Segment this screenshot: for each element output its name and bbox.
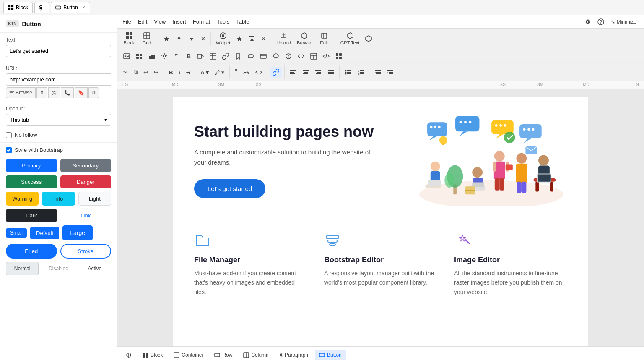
btn-default[interactable]: Default	[30, 227, 59, 239]
open-in-select[interactable]: This tab ▾	[6, 114, 111, 126]
tool-widget[interactable]: Widget	[213, 30, 233, 47]
bb-button[interactable]: Button	[315, 350, 346, 360]
text-input[interactable]	[6, 45, 111, 57]
tool-flag[interactable]	[171, 51, 183, 62]
bb-crosshair[interactable]	[122, 350, 136, 360]
tool-copy[interactable]: ⧉	[131, 67, 140, 78]
bb-paragraph[interactable]: § Paragraph	[275, 350, 312, 360]
tool-clear-format[interactable]: Fx	[241, 67, 252, 78]
tool-image[interactable]	[121, 51, 132, 62]
tool-code[interactable]	[295, 51, 307, 62]
url-anchor-btn[interactable]: ⬆	[36, 87, 47, 98]
tool-video[interactable]	[195, 51, 206, 62]
tool-chart[interactable]	[146, 51, 158, 62]
tool-align-top[interactable]	[246, 33, 258, 44]
tool-layout[interactable]	[308, 51, 319, 62]
tool-link[interactable]	[220, 51, 231, 62]
minimize-btn[interactable]: ⤡ Minimize	[608, 17, 639, 27]
tool-bold[interactable]: B	[166, 67, 176, 78]
url-browse-btn[interactable]: Browse	[6, 87, 36, 98]
settings-btn[interactable]	[582, 16, 593, 27]
tab-button-close[interactable]: ✕	[82, 5, 86, 10]
tool-align-right[interactable]	[312, 67, 324, 78]
tool-badge[interactable]	[245, 51, 257, 62]
btn-filled[interactable]: Filled	[6, 244, 57, 259]
tool-highlight[interactable]: 🖊 ▾	[212, 67, 227, 78]
btn-primary[interactable]: Primary	[6, 159, 57, 172]
tool-italic[interactable]: I	[177, 67, 183, 78]
tool-quote[interactable]: "	[232, 66, 240, 78]
tool-gallery[interactable]	[133, 51, 145, 62]
bootstrap-label[interactable]: Style with Bootstrap	[15, 147, 63, 153]
no-follow-label[interactable]: No follow	[15, 132, 37, 138]
tool-table[interactable]	[207, 51, 219, 62]
tool-link2[interactable]	[270, 67, 282, 78]
btn-large[interactable]: Large	[62, 225, 93, 240]
bb-block[interactable]: Block	[138, 350, 167, 360]
bb-container[interactable]: Container	[169, 350, 208, 360]
tool-bookmark[interactable]	[232, 51, 244, 62]
menu-insert[interactable]: Insert	[172, 18, 186, 25]
tool-block[interactable]: Block	[121, 30, 138, 47]
hero-cta-button[interactable]: Let's get started	[194, 179, 265, 198]
tool-x2[interactable]: ✕	[259, 34, 268, 44]
btn-link[interactable]: Link	[60, 209, 112, 222]
tool-justify[interactable]	[325, 67, 337, 78]
tool-align-center[interactable]	[300, 67, 312, 78]
tool-grid2[interactable]	[333, 51, 345, 62]
url-input[interactable]	[6, 73, 111, 86]
tool-undo[interactable]: ↩	[141, 67, 151, 78]
tool-gpt-text[interactable]: GPT Text	[338, 30, 362, 47]
menu-edit[interactable]: Edit	[138, 18, 147, 25]
bb-column[interactable]: Column	[239, 350, 273, 360]
tool-gpt2[interactable]	[363, 33, 374, 44]
btn-secondary[interactable]: Secondary	[60, 159, 112, 172]
btn-stroke[interactable]: Stroke	[60, 244, 112, 259]
tool-code2[interactable]	[253, 67, 265, 78]
no-follow-checkbox[interactable]	[6, 132, 12, 138]
tool-html[interactable]	[320, 51, 332, 62]
tool-indent-out[interactable]	[372, 67, 384, 78]
url-copy-btn[interactable]: ⧉	[88, 87, 99, 98]
btn-success[interactable]: Success	[6, 175, 57, 188]
tool-redo[interactable]: ↪	[151, 67, 161, 78]
btn-state-normal[interactable]: Normal	[6, 262, 39, 275]
tool-bubble[interactable]	[270, 51, 282, 62]
tool-grid[interactable]: Grid	[138, 30, 155, 47]
tool-cut[interactable]: ✂	[121, 67, 130, 78]
url-at-btn[interactable]: @	[48, 87, 60, 98]
tool-align-left[interactable]	[287, 67, 299, 78]
btn-warning[interactable]: Warning	[6, 192, 39, 206]
tool-arrow-down[interactable]	[186, 33, 197, 44]
tool-bold-b[interactable]: B	[184, 51, 194, 62]
url-phone-btn[interactable]: 📞	[61, 87, 74, 98]
btn-state-active[interactable]: Active	[78, 262, 111, 275]
tool-list-ul[interactable]	[342, 67, 354, 78]
menu-file[interactable]: File	[122, 18, 131, 25]
menu-view[interactable]: View	[154, 18, 166, 25]
tool-x1[interactable]: ✕	[198, 34, 208, 44]
tool-text-color[interactable]: A ▾	[198, 67, 211, 78]
btn-small[interactable]: Small	[6, 228, 27, 238]
help-btn[interactable]: ?	[595, 16, 607, 27]
bb-row[interactable]: Row	[210, 350, 236, 360]
tool-edit[interactable]: Edit	[316, 30, 332, 47]
tool-strike[interactable]: S	[184, 67, 192, 78]
menu-tools[interactable]: Tools	[217, 18, 229, 25]
btn-dark[interactable]: Dark	[6, 209, 57, 222]
tool-browse[interactable]: Browse	[294, 30, 315, 47]
tab-button[interactable]: Button ✕	[51, 2, 90, 13]
btn-light[interactable]: Light	[78, 192, 111, 206]
tool-list-ol[interactable]: 1.2.3.	[355, 67, 366, 78]
url-bookmark-btn[interactable]: 🔖	[75, 87, 88, 98]
tab-section[interactable]: §	[34, 2, 49, 13]
menu-table[interactable]: Table	[236, 18, 249, 25]
tool-arrow-up[interactable]	[173, 33, 185, 44]
btn-info[interactable]: Info	[42, 192, 75, 206]
btn-state-disabled[interactable]: Disabled	[42, 262, 75, 275]
tool-map[interactable]	[158, 51, 170, 62]
tool-indent-in[interactable]	[384, 67, 396, 78]
tool-upload[interactable]: Upload	[274, 30, 293, 47]
menu-format[interactable]: Format	[193, 18, 210, 25]
btn-danger[interactable]: Danger	[60, 175, 112, 188]
